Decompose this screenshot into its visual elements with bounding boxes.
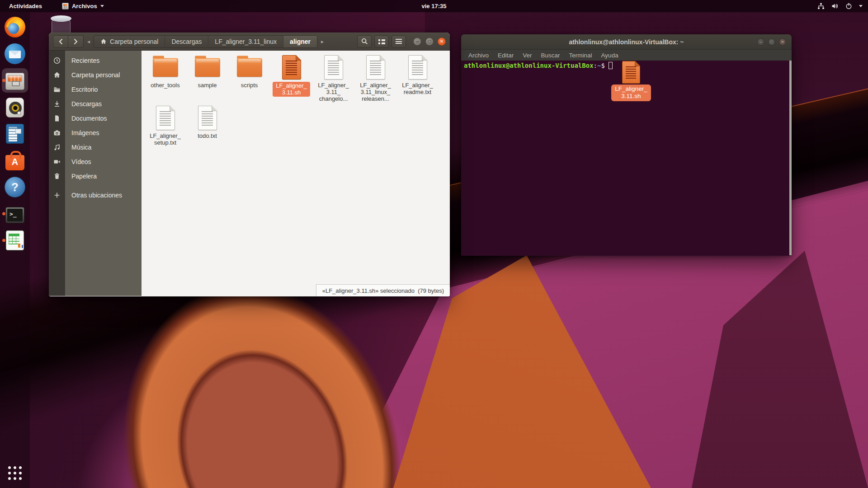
- terminal-titlebar[interactable]: athlonlinux@athlonlinux-VirtualBox: ~: [461, 34, 792, 50]
- system-status-area[interactable]: [817, 3, 863, 9]
- sidebar-item-descargas[interactable]: Descargas: [49, 97, 142, 111]
- back-button[interactable]: [53, 35, 68, 48]
- prompt-user-host: athlonlinux@athlonlinux-VirtualBox: [464, 62, 594, 69]
- hamburger-icon: [396, 39, 402, 44]
- menu-buscar[interactable]: Buscar: [537, 52, 565, 59]
- breadcrumb-label: aligner: [290, 38, 311, 45]
- running-indicator: [2, 79, 5, 82]
- sidebar-item-label: Imágenes: [71, 129, 99, 136]
- home-icon: [49, 71, 65, 79]
- chevron-left-icon: [59, 38, 63, 45]
- video-icon: [49, 158, 65, 165]
- dock-item-ubuntu-software[interactable]: [2, 148, 28, 173]
- terminal-window: athlonlinux@athlonlinux-VirtualBox: ~ Ar…: [461, 34, 792, 256]
- selected-file-label: LF_aligner_3.11.sh: [273, 82, 310, 97]
- status-bar: «LF_aligner_3.11.sh» seleccionado (79 by…: [316, 284, 450, 296]
- terminal-close-button[interactable]: [779, 38, 786, 46]
- drag-ghost-file[interactable]: LF_aligner_3.11.sh: [610, 61, 652, 101]
- sidebar-item-papelera[interactable]: Papelera: [49, 169, 142, 183]
- sidebar-item-escritorio[interactable]: Escritorio: [49, 82, 142, 97]
- dock-item-thunderbird[interactable]: [2, 42, 28, 66]
- file-item-sample[interactable]: sample: [186, 54, 228, 105]
- menu-editar[interactable]: Editar: [493, 52, 518, 59]
- folder-icon: [195, 58, 220, 77]
- minimize-button[interactable]: [413, 38, 421, 46]
- sidebar-item-carpeta-personal[interactable]: Carpeta personal: [49, 68, 142, 82]
- menu-terminal[interactable]: Terminal: [565, 52, 597, 59]
- sidebar-item-videos[interactable]: Vídeos: [49, 155, 142, 169]
- recent-icon: [49, 57, 65, 64]
- text-file-icon: [156, 106, 175, 130]
- top-bar: Actividades Archivos vie 17:35: [0, 0, 868, 12]
- clock[interactable]: vie 17:35: [422, 3, 447, 9]
- menu-ayuda[interactable]: Ayuda: [597, 52, 623, 59]
- dock-item-terminal[interactable]: [2, 202, 28, 226]
- dock-item-files[interactable]: [2, 68, 28, 93]
- breadcrumb-home[interactable]: Carpeta personal: [94, 36, 165, 47]
- path-scroll-left-icon[interactable]: ◂: [86, 38, 91, 45]
- dock-item-firefox[interactable]: [2, 15, 28, 39]
- dock-item-libreoffice-writer[interactable]: [2, 122, 28, 146]
- desktop: ◂ Carpeta personal Descargas LF_aligner_…: [0, 0, 868, 488]
- trash-icon: [49, 173, 65, 180]
- breadcrumb-label: Carpeta personal: [110, 38, 158, 45]
- terminal-scrollbar[interactable]: [789, 61, 792, 255]
- sidebar-item-label: Carpeta personal: [71, 71, 120, 79]
- path-scroll-right-icon[interactable]: ▸: [320, 38, 325, 45]
- file-item-setup[interactable]: LF_aligner_setup.txt: [144, 105, 186, 155]
- sidebar-item-musica[interactable]: Música: [49, 140, 142, 155]
- breadcrumb-descargas[interactable]: Descargas: [165, 36, 208, 47]
- libreoffice-writer-icon: [6, 124, 24, 144]
- menu-button[interactable]: [392, 35, 406, 48]
- files-window: ◂ Carpeta personal Descargas LF_aligner_…: [49, 33, 450, 296]
- file-item-scripts[interactable]: scripts: [228, 54, 270, 105]
- dock: [0, 12, 30, 488]
- breadcrumb-lf-aligner-linux[interactable]: LF_aligner_3.11_linux: [208, 36, 283, 47]
- forward-button[interactable]: [68, 35, 84, 48]
- list-view-icon: [378, 39, 385, 44]
- file-item-other-tools[interactable]: other_tools: [144, 54, 186, 105]
- sidebar-item-label: Documentos: [71, 115, 107, 122]
- shell-script-icon: [282, 55, 301, 80]
- file-item-changelog[interactable]: LF_aligner_3.11_changelo...: [312, 54, 354, 105]
- menu-ver[interactable]: Ver: [518, 52, 536, 59]
- sidebar-item-documentos[interactable]: Documentos: [49, 111, 142, 126]
- terminal-maximize-button[interactable]: [768, 38, 775, 46]
- power-icon: [845, 3, 852, 9]
- text-file-icon: [324, 55, 343, 80]
- file-item-todo[interactable]: todo.txt: [186, 105, 228, 155]
- sidebar-item-label: Papelera: [71, 173, 97, 180]
- thunderbird-icon: [5, 43, 25, 64]
- text-file-icon: [408, 55, 427, 80]
- network-icon: [817, 3, 825, 9]
- view-toggle-button[interactable]: [374, 35, 389, 48]
- status-text: «LF_aligner_3.11.sh» seleccionado (79 by…: [322, 287, 444, 294]
- menu-archivo[interactable]: Archivo: [464, 52, 493, 59]
- breadcrumb-aligner-current[interactable]: aligner: [283, 36, 317, 47]
- activities-button[interactable]: Actividades: [5, 3, 46, 9]
- nav-buttons: [53, 35, 84, 48]
- chevron-down-icon: [859, 5, 863, 7]
- terminal-minimize-button[interactable]: [757, 38, 764, 46]
- sidebar-item-otras-ubicaciones[interactable]: Otras ubicaciones: [49, 188, 142, 202]
- sidebar-item-label: Descargas: [71, 100, 102, 108]
- dock-item-rhythmbox[interactable]: [2, 95, 28, 119]
- file-item-lf-aligner-sh-selected[interactable]: LF_aligner_3.11.sh: [270, 54, 312, 105]
- terminal-body[interactable]: athlonlinux@athlonlinux-VirtualBox:~$ LF…: [461, 61, 792, 255]
- dock-item-libreoffice-calc[interactable]: [2, 228, 28, 253]
- dock-item-help[interactable]: [2, 175, 28, 199]
- help-icon: [5, 177, 25, 197]
- maximize-button[interactable]: [425, 38, 434, 46]
- sidebar-item-imagenes[interactable]: Imágenes: [49, 126, 142, 140]
- files-body: Recientes Carpeta personal Escritorio De…: [49, 51, 450, 296]
- sidebar-item-recientes[interactable]: Recientes: [49, 53, 142, 68]
- file-item-readme[interactable]: LF_aligner_readme.txt: [396, 54, 439, 105]
- close-button[interactable]: [438, 38, 446, 46]
- search-button[interactable]: [357, 35, 372, 48]
- files-headerbar: ◂ Carpeta personal Descargas LF_aligner_…: [49, 33, 450, 51]
- chevron-down-icon: [100, 5, 104, 7]
- file-item-releasenotes[interactable]: LF_aligner_3.11_linux_releasen...: [354, 54, 396, 105]
- dock-item-show-applications[interactable]: [2, 460, 28, 484]
- app-menu-button[interactable]: Archivos: [58, 3, 108, 9]
- trash-rim: [51, 15, 71, 22]
